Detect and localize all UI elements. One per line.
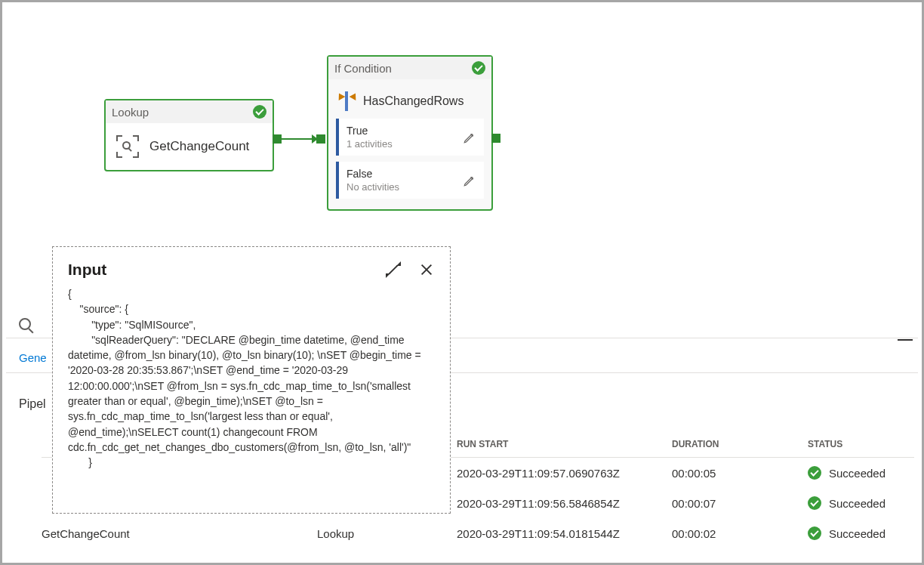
input-popup[interactable]: Input { "source": { "type": "SqlMISource…	[52, 246, 451, 514]
collapse-icon[interactable]	[898, 339, 913, 341]
if-true-branch[interactable]: True 1 activities	[336, 119, 484, 156]
lookup-node-title: GetChangeCount	[149, 139, 249, 154]
lookup-node-header: Lookup	[106, 100, 273, 123]
table-row[interactable]: GetChangeCount Lookup 2020-03-29T11:09:5…	[42, 518, 914, 548]
success-check-icon	[808, 526, 821, 540]
edit-icon[interactable]	[463, 131, 476, 144]
if-false-branch[interactable]: False No activities	[336, 162, 484, 199]
ifcondition-header-text: If Condition	[334, 62, 392, 75]
cell-status: Succeeded	[808, 496, 924, 510]
if-false-label: False	[346, 168, 399, 180]
connector-out-stub	[491, 134, 500, 143]
lookup-header-text: Lookup	[112, 106, 149, 119]
cell-duration: 00:00:07	[672, 497, 808, 510]
cell-name: GetChangeCount	[42, 527, 317, 540]
cell-status: Succeeded	[808, 466, 924, 480]
if-true-label: True	[346, 125, 393, 137]
general-tab[interactable]: Gene	[19, 351, 47, 364]
col-duration: DURATION	[672, 439, 808, 449]
expand-icon[interactable]	[385, 261, 402, 278]
connector-lookup-to-if	[273, 134, 325, 144]
success-check-icon	[472, 61, 485, 75]
pipeline-label: Pipel	[19, 397, 46, 411]
branch-icon	[339, 91, 356, 111]
cell-duration: 00:00:05	[672, 467, 808, 480]
close-icon[interactable]	[418, 261, 435, 278]
cell-status: Succeeded	[808, 526, 924, 540]
lookup-activity-node[interactable]: Lookup GetChangeCount	[104, 99, 274, 171]
ifcondition-node-title: HasChangedRows	[363, 94, 464, 108]
col-status: STATUS	[808, 439, 924, 449]
cell-run-start: 2020-03-29T11:09:56.5846854Z	[457, 497, 672, 510]
success-check-icon	[808, 496, 821, 510]
success-check-icon	[253, 105, 266, 119]
if-false-sub: No activities	[346, 181, 399, 193]
status-text: Succeeded	[829, 527, 886, 540]
success-check-icon	[808, 466, 821, 480]
cell-duration: 00:00:02	[672, 527, 808, 540]
status-text: Succeeded	[829, 467, 886, 480]
col-run-start: RUN START	[457, 439, 672, 449]
lookup-icon	[116, 135, 139, 158]
ifcondition-node-header: If Condition	[328, 57, 491, 79]
if-true-sub: 1 activities	[346, 138, 393, 150]
cell-type: Lookup	[317, 527, 457, 540]
status-text: Succeeded	[829, 497, 886, 510]
cell-run-start: 2020-03-29T11:09:57.0690763Z	[457, 467, 672, 480]
ifcondition-activity-node[interactable]: If Condition HasChangedRows True 1 activ…	[327, 55, 493, 211]
edit-icon[interactable]	[463, 174, 476, 187]
search-icon[interactable]	[19, 318, 31, 330]
cell-run-start: 2020-03-29T11:09:54.0181544Z	[457, 527, 672, 540]
popup-title: Input	[68, 261, 106, 279]
popup-body[interactable]: { "source": { "type": "SqlMISource", "sq…	[68, 286, 435, 496]
